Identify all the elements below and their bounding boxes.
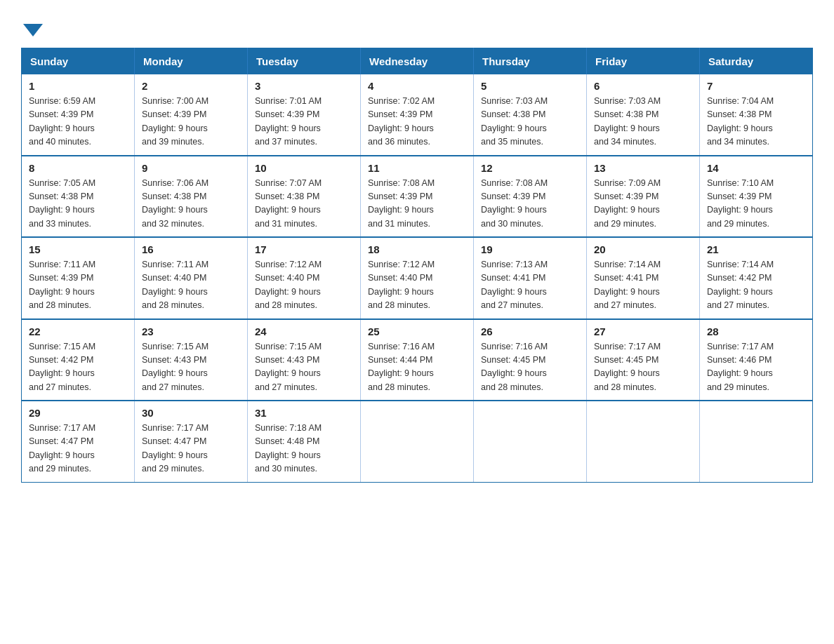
day-number: 3 — [255, 80, 353, 92]
header-area — [21, 14, 813, 35]
calendar-week-row: 22 Sunrise: 7:15 AM Sunset: 4:42 PM Dayl… — [22, 319, 813, 401]
calendar-cell: 3 Sunrise: 7:01 AM Sunset: 4:39 PM Dayli… — [248, 74, 361, 156]
day-info: Sunrise: 7:17 AM Sunset: 4:45 PM Dayligh… — [594, 340, 692, 395]
calendar-week-row: 1 Sunrise: 6:59 AM Sunset: 4:39 PM Dayli… — [22, 74, 813, 156]
day-info: Sunrise: 7:13 AM Sunset: 4:41 PM Dayligh… — [481, 258, 579, 313]
calendar-cell: 31 Sunrise: 7:18 AM Sunset: 4:48 PM Dayl… — [248, 401, 361, 482]
calendar-cell: 14 Sunrise: 7:10 AM Sunset: 4:39 PM Dayl… — [700, 156, 813, 238]
calendar-cell: 26 Sunrise: 7:16 AM Sunset: 4:45 PM Dayl… — [474, 319, 587, 401]
calendar-cell — [361, 401, 474, 482]
calendar-cell: 15 Sunrise: 7:11 AM Sunset: 4:39 PM Dayl… — [22, 237, 135, 319]
weekday-header-friday: Friday — [587, 48, 700, 75]
day-number: 16 — [142, 243, 240, 255]
weekday-header-saturday: Saturday — [700, 48, 813, 75]
day-number: 11 — [368, 162, 466, 174]
day-info: Sunrise: 7:01 AM Sunset: 4:39 PM Dayligh… — [255, 95, 353, 149]
calendar-cell: 19 Sunrise: 7:13 AM Sunset: 4:41 PM Dayl… — [474, 237, 587, 319]
day-number: 22 — [29, 326, 127, 337]
calendar-cell: 18 Sunrise: 7:12 AM Sunset: 4:40 PM Dayl… — [361, 237, 474, 319]
weekday-header-sunday: Sunday — [22, 48, 135, 75]
day-number: 8 — [29, 162, 127, 174]
calendar-week-row: 8 Sunrise: 7:05 AM Sunset: 4:38 PM Dayli… — [22, 156, 813, 238]
day-number: 29 — [29, 407, 127, 419]
day-info: Sunrise: 7:10 AM Sunset: 4:39 PM Dayligh… — [707, 177, 805, 232]
calendar-cell: 27 Sunrise: 7:17 AM Sunset: 4:45 PM Dayl… — [587, 319, 700, 401]
calendar-cell: 13 Sunrise: 7:09 AM Sunset: 4:39 PM Dayl… — [587, 156, 700, 238]
calendar-table: SundayMondayTuesdayWednesdayThursdayFrid… — [21, 48, 813, 483]
weekday-header-wednesday: Wednesday — [361, 48, 474, 75]
calendar-cell: 7 Sunrise: 7:04 AM Sunset: 4:38 PM Dayli… — [700, 74, 813, 156]
weekday-header-thursday: Thursday — [474, 48, 587, 75]
day-number: 9 — [142, 162, 240, 174]
calendar-cell — [700, 401, 813, 482]
calendar-cell — [474, 401, 587, 482]
calendar-cell: 29 Sunrise: 7:17 AM Sunset: 4:47 PM Dayl… — [22, 401, 135, 482]
day-info: Sunrise: 7:17 AM Sunset: 4:47 PM Dayligh… — [29, 422, 127, 476]
calendar-cell: 1 Sunrise: 6:59 AM Sunset: 4:39 PM Dayli… — [22, 74, 135, 156]
day-info: Sunrise: 7:16 AM Sunset: 4:45 PM Dayligh… — [481, 340, 579, 395]
day-info: Sunrise: 7:16 AM Sunset: 4:44 PM Dayligh… — [368, 340, 466, 395]
day-number: 31 — [255, 407, 353, 419]
day-number: 17 — [255, 243, 353, 255]
day-number: 12 — [481, 162, 579, 174]
day-info: Sunrise: 7:18 AM Sunset: 4:48 PM Dayligh… — [255, 422, 353, 476]
day-info: Sunrise: 7:14 AM Sunset: 4:42 PM Dayligh… — [707, 258, 805, 313]
day-info: Sunrise: 6:59 AM Sunset: 4:39 PM Dayligh… — [29, 95, 127, 149]
logo — [21, 20, 43, 35]
day-info: Sunrise: 7:15 AM Sunset: 4:42 PM Dayligh… — [29, 340, 127, 395]
calendar-cell: 17 Sunrise: 7:12 AM Sunset: 4:40 PM Dayl… — [248, 237, 361, 319]
calendar-cell: 4 Sunrise: 7:02 AM Sunset: 4:39 PM Dayli… — [361, 74, 474, 156]
logo-arrow-icon — [23, 24, 43, 36]
day-number: 23 — [142, 326, 240, 337]
calendar-cell: 20 Sunrise: 7:14 AM Sunset: 4:41 PM Dayl… — [587, 237, 700, 319]
day-info: Sunrise: 7:04 AM Sunset: 4:38 PM Dayligh… — [707, 95, 805, 149]
day-info: Sunrise: 7:11 AM Sunset: 4:40 PM Dayligh… — [142, 258, 240, 313]
day-number: 18 — [368, 243, 466, 255]
calendar-cell: 10 Sunrise: 7:07 AM Sunset: 4:38 PM Dayl… — [248, 156, 361, 238]
day-number: 26 — [481, 326, 579, 337]
day-number: 5 — [481, 80, 579, 92]
day-info: Sunrise: 7:09 AM Sunset: 4:39 PM Dayligh… — [594, 177, 692, 232]
calendar-cell: 2 Sunrise: 7:00 AM Sunset: 4:39 PM Dayli… — [135, 74, 248, 156]
calendar-cell: 25 Sunrise: 7:16 AM Sunset: 4:44 PM Dayl… — [361, 319, 474, 401]
day-info: Sunrise: 7:14 AM Sunset: 4:41 PM Dayligh… — [594, 258, 692, 313]
day-number: 14 — [707, 162, 805, 174]
day-number: 19 — [481, 243, 579, 255]
day-number: 4 — [368, 80, 466, 92]
day-info: Sunrise: 7:17 AM Sunset: 4:46 PM Dayligh… — [707, 340, 805, 395]
day-info: Sunrise: 7:03 AM Sunset: 4:38 PM Dayligh… — [594, 95, 692, 149]
calendar-cell: 22 Sunrise: 7:15 AM Sunset: 4:42 PM Dayl… — [22, 319, 135, 401]
calendar-cell: 8 Sunrise: 7:05 AM Sunset: 4:38 PM Dayli… — [22, 156, 135, 238]
day-info: Sunrise: 7:08 AM Sunset: 4:39 PM Dayligh… — [368, 177, 466, 232]
calendar-cell: 6 Sunrise: 7:03 AM Sunset: 4:38 PM Dayli… — [587, 74, 700, 156]
day-info: Sunrise: 7:17 AM Sunset: 4:47 PM Dayligh… — [142, 422, 240, 476]
day-info: Sunrise: 7:02 AM Sunset: 4:39 PM Dayligh… — [368, 95, 466, 149]
day-info: Sunrise: 7:08 AM Sunset: 4:39 PM Dayligh… — [481, 177, 579, 232]
calendar-cell: 16 Sunrise: 7:11 AM Sunset: 4:40 PM Dayl… — [135, 237, 248, 319]
day-number: 1 — [29, 80, 127, 92]
weekday-header-row: SundayMondayTuesdayWednesdayThursdayFrid… — [22, 48, 813, 75]
day-info: Sunrise: 7:03 AM Sunset: 4:38 PM Dayligh… — [481, 95, 579, 149]
day-number: 2 — [142, 80, 240, 92]
day-number: 25 — [368, 326, 466, 337]
calendar-cell: 21 Sunrise: 7:14 AM Sunset: 4:42 PM Dayl… — [700, 237, 813, 319]
day-info: Sunrise: 7:00 AM Sunset: 4:39 PM Dayligh… — [142, 95, 240, 149]
day-number: 13 — [594, 162, 692, 174]
calendar-cell — [587, 401, 700, 482]
calendar-cell: 9 Sunrise: 7:06 AM Sunset: 4:38 PM Dayli… — [135, 156, 248, 238]
day-info: Sunrise: 7:05 AM Sunset: 4:38 PM Dayligh… — [29, 177, 127, 232]
day-number: 21 — [707, 243, 805, 255]
day-number: 6 — [594, 80, 692, 92]
calendar-week-row: 29 Sunrise: 7:17 AM Sunset: 4:47 PM Dayl… — [22, 401, 813, 482]
calendar-week-row: 15 Sunrise: 7:11 AM Sunset: 4:39 PM Dayl… — [22, 237, 813, 319]
day-info: Sunrise: 7:06 AM Sunset: 4:38 PM Dayligh… — [142, 177, 240, 232]
day-number: 28 — [707, 326, 805, 337]
calendar-cell: 12 Sunrise: 7:08 AM Sunset: 4:39 PM Dayl… — [474, 156, 587, 238]
day-info: Sunrise: 7:12 AM Sunset: 4:40 PM Dayligh… — [255, 258, 353, 313]
day-info: Sunrise: 7:07 AM Sunset: 4:38 PM Dayligh… — [255, 177, 353, 232]
day-info: Sunrise: 7:12 AM Sunset: 4:40 PM Dayligh… — [368, 258, 466, 313]
calendar-cell: 11 Sunrise: 7:08 AM Sunset: 4:39 PM Dayl… — [361, 156, 474, 238]
day-info: Sunrise: 7:11 AM Sunset: 4:39 PM Dayligh… — [29, 258, 127, 313]
day-number: 20 — [594, 243, 692, 255]
calendar-cell: 30 Sunrise: 7:17 AM Sunset: 4:47 PM Dayl… — [135, 401, 248, 482]
